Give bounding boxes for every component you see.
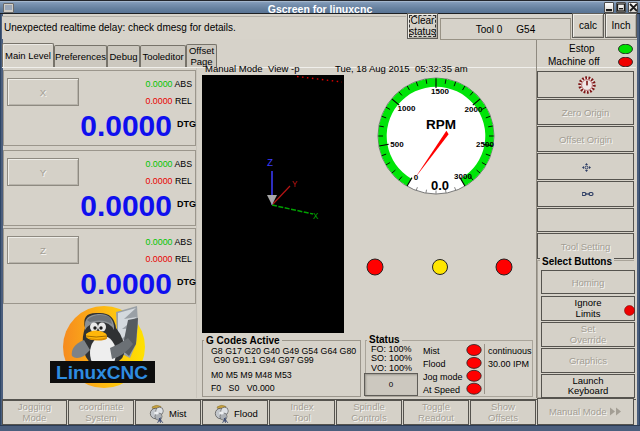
svg-text:0: 0	[414, 173, 419, 182]
svg-text:0.0: 0.0	[431, 178, 449, 193]
svg-text:2500: 2500	[476, 140, 494, 149]
svg-text:3000: 3000	[454, 172, 472, 181]
svg-text:LinuxCNC: LinuxCNC	[56, 362, 148, 383]
svg-text:500: 500	[390, 140, 404, 149]
svg-text:1500: 1500	[431, 87, 449, 96]
svg-text:Y: Y	[292, 180, 298, 190]
svg-text:X: X	[313, 212, 319, 222]
svg-text:2000: 2000	[465, 105, 483, 114]
svg-text:1000: 1000	[398, 104, 416, 113]
svg-text:Z: Z	[267, 158, 273, 169]
svg-text:RPM: RPM	[426, 117, 456, 132]
